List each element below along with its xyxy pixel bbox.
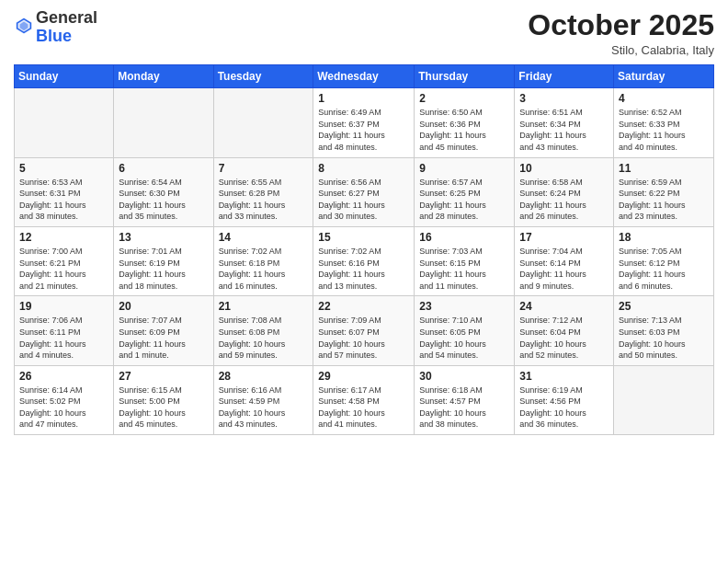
day-number: 4 bbox=[619, 92, 709, 105]
calendar-cell bbox=[213, 88, 313, 157]
day-info: Sunrise: 6:50 AM Sunset: 6:36 PM Dayligh… bbox=[419, 107, 509, 153]
day-info: Sunrise: 6:17 AM Sunset: 4:58 PM Dayligh… bbox=[318, 385, 409, 431]
day-info: Sunrise: 6:53 AM Sunset: 6:31 PM Dayligh… bbox=[19, 177, 108, 223]
calendar-cell: 30Sunrise: 6:18 AM Sunset: 4:57 PM Dayli… bbox=[415, 365, 515, 434]
weekday-header-saturday: Saturday bbox=[614, 65, 714, 88]
day-number: 21 bbox=[219, 300, 309, 313]
calendar-cell: 5Sunrise: 6:53 AM Sunset: 6:31 PM Daylig… bbox=[15, 157, 114, 226]
week-row-2: 5Sunrise: 6:53 AM Sunset: 6:31 PM Daylig… bbox=[15, 157, 714, 226]
day-number: 23 bbox=[419, 300, 509, 313]
day-info: Sunrise: 6:55 AM Sunset: 6:28 PM Dayligh… bbox=[219, 177, 309, 223]
day-info: Sunrise: 7:02 AM Sunset: 6:18 PM Dayligh… bbox=[219, 246, 309, 292]
day-number: 29 bbox=[318, 370, 409, 383]
calendar-cell: 3Sunrise: 6:51 AM Sunset: 6:34 PM Daylig… bbox=[515, 88, 614, 157]
day-info: Sunrise: 6:59 AM Sunset: 6:22 PM Dayligh… bbox=[619, 177, 709, 223]
calendar-cell: 22Sunrise: 7:09 AM Sunset: 6:07 PM Dayli… bbox=[313, 296, 415, 365]
weekday-header-tuesday: Tuesday bbox=[213, 65, 313, 88]
day-number: 28 bbox=[219, 370, 309, 383]
calendar-cell bbox=[15, 88, 114, 157]
day-number: 17 bbox=[519, 231, 609, 244]
day-info: Sunrise: 6:51 AM Sunset: 6:34 PM Dayligh… bbox=[519, 107, 609, 153]
weekday-header-row: SundayMondayTuesdayWednesdayThursdayFrid… bbox=[15, 65, 714, 88]
calendar-cell: 8Sunrise: 6:56 AM Sunset: 6:27 PM Daylig… bbox=[313, 157, 415, 226]
day-info: Sunrise: 7:06 AM Sunset: 6:11 PM Dayligh… bbox=[19, 315, 108, 361]
week-row-3: 12Sunrise: 7:00 AM Sunset: 6:21 PM Dayli… bbox=[15, 226, 714, 295]
day-number: 30 bbox=[419, 370, 509, 383]
calendar-cell: 1Sunrise: 6:49 AM Sunset: 6:37 PM Daylig… bbox=[313, 88, 415, 157]
day-number: 12 bbox=[19, 231, 108, 244]
day-info: Sunrise: 6:49 AM Sunset: 6:37 PM Dayligh… bbox=[318, 107, 409, 153]
day-info: Sunrise: 6:18 AM Sunset: 4:57 PM Dayligh… bbox=[419, 385, 509, 431]
day-number: 22 bbox=[318, 300, 409, 313]
page: General Blue October 2025 Stilo, Calabri… bbox=[0, 0, 728, 563]
calendar-cell: 2Sunrise: 6:50 AM Sunset: 6:36 PM Daylig… bbox=[415, 88, 515, 157]
header: General Blue October 2025 Stilo, Calabri… bbox=[14, 9, 714, 57]
calendar-cell: 27Sunrise: 6:15 AM Sunset: 5:00 PM Dayli… bbox=[114, 365, 213, 434]
day-info: Sunrise: 7:03 AM Sunset: 6:15 PM Dayligh… bbox=[419, 246, 509, 292]
day-info: Sunrise: 6:57 AM Sunset: 6:25 PM Dayligh… bbox=[419, 177, 509, 223]
weekday-header-sunday: Sunday bbox=[15, 65, 114, 88]
day-info: Sunrise: 7:09 AM Sunset: 6:07 PM Dayligh… bbox=[318, 315, 409, 361]
weekday-header-monday: Monday bbox=[114, 65, 213, 88]
day-number: 1 bbox=[318, 92, 409, 105]
calendar-cell: 15Sunrise: 7:02 AM Sunset: 6:16 PM Dayli… bbox=[313, 226, 415, 295]
calendar-cell: 16Sunrise: 7:03 AM Sunset: 6:15 PM Dayli… bbox=[415, 226, 515, 295]
day-number: 5 bbox=[19, 162, 108, 175]
day-info: Sunrise: 6:15 AM Sunset: 5:00 PM Dayligh… bbox=[119, 385, 208, 431]
week-row-1: 1Sunrise: 6:49 AM Sunset: 6:37 PM Daylig… bbox=[15, 88, 714, 157]
day-info: Sunrise: 6:54 AM Sunset: 6:30 PM Dayligh… bbox=[119, 177, 208, 223]
week-row-4: 19Sunrise: 7:06 AM Sunset: 6:11 PM Dayli… bbox=[15, 296, 714, 365]
day-info: Sunrise: 7:08 AM Sunset: 6:08 PM Dayligh… bbox=[219, 315, 309, 361]
calendar-cell: 23Sunrise: 7:10 AM Sunset: 6:05 PM Dayli… bbox=[415, 296, 515, 365]
calendar-cell: 26Sunrise: 6:14 AM Sunset: 5:02 PM Dayli… bbox=[15, 365, 114, 434]
month-title: October 2025 bbox=[528, 9, 714, 41]
calendar-cell: 10Sunrise: 6:58 AM Sunset: 6:24 PM Dayli… bbox=[515, 157, 614, 226]
day-number: 8 bbox=[318, 162, 409, 175]
day-number: 24 bbox=[519, 300, 609, 313]
calendar-cell: 28Sunrise: 6:16 AM Sunset: 4:59 PM Dayli… bbox=[213, 365, 313, 434]
calendar-cell: 25Sunrise: 7:13 AM Sunset: 6:03 PM Dayli… bbox=[614, 296, 714, 365]
calendar-cell: 18Sunrise: 7:05 AM Sunset: 6:12 PM Dayli… bbox=[614, 226, 714, 295]
day-number: 9 bbox=[419, 162, 509, 175]
day-number: 31 bbox=[519, 370, 609, 383]
calendar-cell: 4Sunrise: 6:52 AM Sunset: 6:33 PM Daylig… bbox=[614, 88, 714, 157]
weekday-header-wednesday: Wednesday bbox=[313, 65, 415, 88]
calendar-table: SundayMondayTuesdayWednesdayThursdayFrid… bbox=[14, 64, 714, 435]
calendar-cell: 11Sunrise: 6:59 AM Sunset: 6:22 PM Dayli… bbox=[614, 157, 714, 226]
day-info: Sunrise: 6:58 AM Sunset: 6:24 PM Dayligh… bbox=[519, 177, 609, 223]
day-number: 26 bbox=[19, 370, 108, 383]
logo-icon bbox=[14, 16, 34, 36]
logo-general-text: General bbox=[36, 8, 97, 27]
day-info: Sunrise: 7:05 AM Sunset: 6:12 PM Dayligh… bbox=[619, 246, 709, 292]
calendar-cell: 6Sunrise: 6:54 AM Sunset: 6:30 PM Daylig… bbox=[114, 157, 213, 226]
day-info: Sunrise: 7:01 AM Sunset: 6:19 PM Dayligh… bbox=[119, 246, 208, 292]
day-number: 16 bbox=[419, 231, 509, 244]
calendar-cell: 14Sunrise: 7:02 AM Sunset: 6:18 PM Dayli… bbox=[213, 226, 313, 295]
day-info: Sunrise: 7:10 AM Sunset: 6:05 PM Dayligh… bbox=[419, 315, 509, 361]
day-number: 19 bbox=[19, 300, 108, 313]
calendar-cell bbox=[114, 88, 213, 157]
day-number: 11 bbox=[619, 162, 709, 175]
day-info: Sunrise: 6:16 AM Sunset: 4:59 PM Dayligh… bbox=[219, 385, 309, 431]
calendar-cell: 13Sunrise: 7:01 AM Sunset: 6:19 PM Dayli… bbox=[114, 226, 213, 295]
day-number: 3 bbox=[519, 92, 609, 105]
calendar-cell: 7Sunrise: 6:55 AM Sunset: 6:28 PM Daylig… bbox=[213, 157, 313, 226]
day-info: Sunrise: 7:02 AM Sunset: 6:16 PM Dayligh… bbox=[318, 246, 409, 292]
location: Stilo, Calabria, Italy bbox=[528, 43, 714, 57]
day-number: 25 bbox=[619, 300, 709, 313]
calendar-cell: 12Sunrise: 7:00 AM Sunset: 6:21 PM Dayli… bbox=[15, 226, 114, 295]
title-block: October 2025 Stilo, Calabria, Italy bbox=[528, 9, 714, 57]
day-number: 7 bbox=[219, 162, 309, 175]
calendar-cell: 29Sunrise: 6:17 AM Sunset: 4:58 PM Dayli… bbox=[313, 365, 415, 434]
day-number: 20 bbox=[119, 300, 208, 313]
weekday-header-friday: Friday bbox=[515, 65, 614, 88]
day-number: 6 bbox=[119, 162, 208, 175]
week-row-5: 26Sunrise: 6:14 AM Sunset: 5:02 PM Dayli… bbox=[15, 365, 714, 434]
day-info: Sunrise: 6:19 AM Sunset: 4:56 PM Dayligh… bbox=[519, 385, 609, 431]
calendar-cell: 19Sunrise: 7:06 AM Sunset: 6:11 PM Dayli… bbox=[15, 296, 114, 365]
day-number: 15 bbox=[318, 231, 409, 244]
calendar-cell: 31Sunrise: 6:19 AM Sunset: 4:56 PM Dayli… bbox=[515, 365, 614, 434]
calendar-cell: 20Sunrise: 7:07 AM Sunset: 6:09 PM Dayli… bbox=[114, 296, 213, 365]
calendar-cell bbox=[614, 365, 714, 434]
logo-blue-text: Blue bbox=[36, 27, 72, 45]
